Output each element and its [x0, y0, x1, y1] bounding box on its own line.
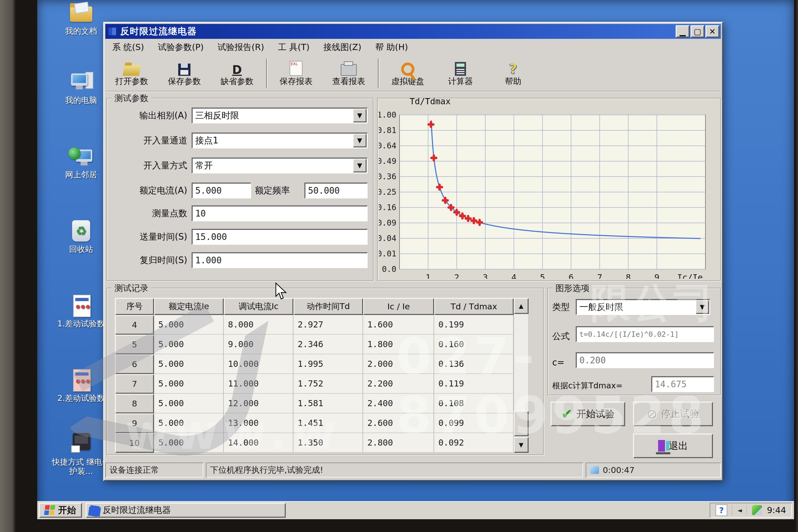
- monitor-screen: 我的文档我的电脑网上邻居♻回收站●●●1.差动试验数●●●2.差动试验数快捷方式…: [37, 0, 794, 519]
- desktop-icon-5[interactable]: ●●●1.差动试验数: [51, 295, 112, 328]
- scroll-down-button[interactable]: ▼: [514, 437, 529, 453]
- column-header-4[interactable]: 动作时间Td: [293, 298, 363, 315]
- table-cell: 12.000: [224, 394, 293, 413]
- toolbar-button-8[interactable]: ?帮助: [487, 56, 539, 90]
- table-cell: 1.350: [293, 433, 363, 453]
- start-button[interactable]: 开始: [39, 503, 82, 518]
- scroll-up-button[interactable]: ▲: [514, 298, 529, 314]
- table-row[interactable]: 45.0008.0002.9271.6000.199: [115, 315, 514, 335]
- minimize-button[interactable]: ▁: [676, 25, 689, 38]
- td-tdmax-chart: 1.000.810.640.490.360.250.160.090.040.01…: [379, 106, 719, 279]
- view-report-icon: [341, 59, 357, 76]
- svg-text:0.16: 0.16: [379, 203, 396, 212]
- column-header-1[interactable]: 序号: [115, 298, 154, 315]
- formula-label: 公式: [552, 330, 570, 342]
- table-row[interactable]: 65.00010.0001.9952.0000.136: [115, 354, 514, 374]
- table-row[interactable]: 105.00014.0001.3502.8000.092: [115, 433, 514, 453]
- tray-clock: 9:44: [767, 505, 786, 515]
- param-input-7[interactable]: 1.000: [191, 252, 367, 268]
- menu-item-6[interactable]: 帮 助(H): [368, 40, 415, 55]
- toolbar-button-7[interactable]: 计算器: [434, 56, 487, 90]
- param-input-6[interactable]: 15.000: [191, 229, 367, 245]
- taskbar: 开始 反时限过流继电器 ? ◄ 9:44: [37, 501, 794, 519]
- param-label: 输出相别(A): [139, 110, 187, 121]
- start-test-label: 开始试验: [576, 407, 615, 421]
- column-header-2[interactable]: 额定电流Ie: [154, 298, 224, 315]
- toolbar-button-6[interactable]: 虚拟键盘: [381, 56, 434, 90]
- table-row[interactable]: 95.00013.0001.4512.6000.099: [115, 413, 514, 433]
- desktop-icon-7[interactable]: 快捷方式 继电保护装...: [51, 433, 112, 476]
- maximize-button[interactable]: ▢: [690, 25, 704, 38]
- curve-type-combo[interactable]: 一般反时限 ▼: [576, 299, 710, 315]
- toolbar-button-4[interactable]: 保存报表: [270, 56, 322, 90]
- desktop-icon-3[interactable]: 网上邻居: [51, 146, 112, 179]
- menu-item-2[interactable]: 试验参数(P): [151, 40, 210, 55]
- menu-item-3[interactable]: 试验报告(R): [211, 40, 271, 55]
- desktop-icon-4[interactable]: ♻回收站: [51, 220, 112, 254]
- table-cell: 0.108: [434, 394, 514, 413]
- toolbar-button-3[interactable]: D缺省参数: [211, 56, 263, 90]
- menu-item-5[interactable]: 接线图(Z): [317, 40, 368, 55]
- menu-item-4[interactable]: 工 具(T): [271, 40, 317, 55]
- param-input-5[interactable]: 10: [191, 205, 367, 221]
- param-combo-value: 三相反时限: [191, 110, 353, 121]
- desktop-icon-6[interactable]: ●●●2.差动试验数: [51, 369, 112, 403]
- my-computer-icon: [68, 71, 94, 94]
- table-cell: 2.000: [363, 354, 434, 374]
- column-header-6[interactable]: Td / Tdmax: [434, 298, 514, 315]
- table-cell: 0.092: [434, 433, 514, 453]
- start-label: 开始: [58, 504, 76, 516]
- formula-field[interactable]: t=0.14c/[(I/Ie)^0.02-1]: [576, 326, 714, 342]
- toolbar-button-1[interactable]: 打开参数: [105, 56, 158, 90]
- toolbar-button-5[interactable]: 查看报表: [322, 56, 375, 90]
- table-row[interactable]: 55.0009.0002.3461.8000.160: [115, 335, 514, 354]
- table-cell: 1.451: [293, 413, 363, 433]
- toolbar-button-2[interactable]: 保存参数: [158, 56, 211, 90]
- save-report-icon: [290, 59, 302, 76]
- shortcut-dark-icon: [68, 433, 94, 455]
- param-input-4[interactable]: 5.000: [191, 183, 251, 198]
- toolbar-button-label: 保存参数: [168, 76, 201, 87]
- desktop-icon-2[interactable]: 我的电脑: [51, 71, 112, 105]
- param-combo-2[interactable]: 接点1▼: [191, 132, 367, 148]
- app-icon: [108, 26, 117, 36]
- row-number-cell: 7: [115, 374, 154, 394]
- table-cell: 0.199: [434, 315, 514, 335]
- tdmax-field[interactable]: 14.675: [651, 376, 714, 392]
- graph-options-group: 图形选项 类型 一般反时限 ▼ 公式 t=0.14c/[(I/Ie)^0.02-…: [547, 288, 721, 395]
- svg-text:8: 8: [626, 272, 631, 279]
- svg-text:2: 2: [454, 272, 459, 279]
- chevron-down-icon[interactable]: ▼: [695, 300, 709, 314]
- scroll-thumb[interactable]: [514, 411, 529, 436]
- chevron-down-icon[interactable]: ▼: [353, 134, 366, 147]
- close-button[interactable]: ✕: [705, 25, 719, 38]
- title-bar[interactable]: 反时限过流继电器 ▁ ▢ ✕: [105, 24, 721, 39]
- exit-button[interactable]: 退出: [633, 434, 713, 458]
- param-extra-input-4[interactable]: 50.000: [304, 183, 367, 198]
- records-scrollbar[interactable]: ▲ ▼: [514, 298, 529, 453]
- menu-item-1[interactable]: 系 统(S): [105, 40, 151, 55]
- table-cell: 5.000: [154, 394, 224, 413]
- table-cell: 5.000: [154, 335, 224, 354]
- table-cell: 5.000: [154, 413, 224, 433]
- tray-help-icon[interactable]: ?: [716, 504, 727, 516]
- column-header-3[interactable]: 调试电流Ic: [224, 298, 293, 315]
- tray-collapse-icon[interactable]: ◄: [737, 507, 742, 514]
- chevron-down-icon[interactable]: ▼: [353, 109, 366, 122]
- c-field[interactable]: 0.200: [576, 352, 714, 368]
- param-label: 开入量通道: [144, 135, 187, 147]
- elapsed-time: 0:00:47: [603, 465, 635, 475]
- table-row[interactable]: 85.00012.0001.5812.4000.108: [115, 394, 514, 413]
- toolbar-button-label: 打开参数: [115, 76, 148, 87]
- column-header-5[interactable]: Ic / Ie: [363, 298, 434, 315]
- taskbar-item-app[interactable]: 反时限过流继电器: [86, 503, 286, 518]
- param-combo-3[interactable]: 常开▼: [191, 157, 367, 173]
- tray-network-icon[interactable]: [752, 505, 762, 515]
- chevron-down-icon[interactable]: ▼: [353, 158, 366, 172]
- table-row[interactable]: 75.00011.0001.7522.2000.119: [115, 374, 514, 394]
- desktop-icon-1[interactable]: 我的文档: [51, 2, 112, 36]
- row-number-cell: 9: [115, 413, 154, 433]
- network-places-icon: [68, 146, 94, 168]
- param-combo-1[interactable]: 三相反时限▼: [191, 108, 367, 124]
- start-test-button[interactable]: ✔ 开始试验: [551, 402, 625, 426]
